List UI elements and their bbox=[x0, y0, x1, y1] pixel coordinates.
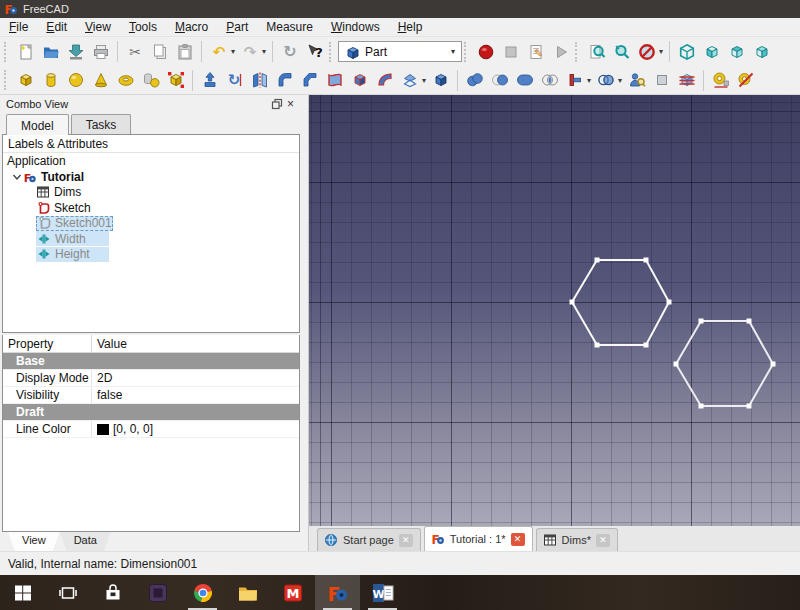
menu-edit[interactable]: Edit bbox=[37, 18, 76, 36]
tree-item-dims[interactable]: Dims bbox=[3, 185, 299, 201]
dropdown-arrow-icon[interactable]: ▾ bbox=[587, 76, 591, 85]
vertex-marker[interactable] bbox=[674, 362, 679, 367]
dropdown-arrow-icon[interactable]: ▾ bbox=[262, 47, 266, 56]
ruled-surface-button[interactable] bbox=[322, 68, 347, 93]
close-panel-icon[interactable]: × bbox=[287, 97, 296, 111]
tab-tasks[interactable]: Tasks bbox=[71, 114, 132, 134]
view-front-button[interactable] bbox=[699, 39, 724, 64]
redo-button[interactable]: ↷ bbox=[237, 39, 262, 64]
whats-this-button[interactable]: ? bbox=[302, 39, 327, 64]
fillet-button[interactable] bbox=[272, 68, 297, 93]
make-compound-button[interactable] bbox=[462, 68, 487, 93]
taskbar-word[interactable]: W bbox=[360, 575, 405, 610]
macro-play-button[interactable] bbox=[548, 39, 573, 64]
property-row-display-mode[interactable]: Display Mode2D bbox=[3, 370, 299, 387]
menu-tools[interactable]: Tools bbox=[120, 18, 166, 36]
boolean-union-button[interactable] bbox=[512, 68, 537, 93]
vertex-marker[interactable] bbox=[771, 362, 776, 367]
document-tab-start-page[interactable]: Start page✕ bbox=[317, 528, 421, 551]
loft-button[interactable] bbox=[347, 68, 372, 93]
measure-clear-button[interactable] bbox=[733, 68, 758, 93]
toolbar-handle[interactable] bbox=[575, 42, 581, 62]
menu-part[interactable]: Part bbox=[217, 18, 257, 36]
property-value[interactable]: 2D bbox=[91, 370, 299, 386]
undo-button[interactable]: ↶ bbox=[206, 39, 231, 64]
part-sphere-button[interactable] bbox=[63, 68, 88, 93]
macro-record-button[interactable] bbox=[473, 39, 498, 64]
workbench-selector[interactable]: Part▾ bbox=[338, 41, 462, 62]
vertex-marker[interactable] bbox=[699, 404, 704, 409]
taskbar-task-view[interactable] bbox=[45, 575, 90, 610]
taskbar-app-purple[interactable] bbox=[135, 575, 180, 610]
dropdown-arrow-icon[interactable]: ▾ bbox=[618, 76, 622, 85]
hexagon-sketch-2[interactable] bbox=[676, 321, 773, 406]
save-document-button[interactable] bbox=[63, 39, 88, 64]
measure-linear-button[interactable] bbox=[708, 68, 733, 93]
close-tab-icon[interactable]: ✕ bbox=[399, 534, 413, 547]
taskbar-start[interactable] bbox=[0, 575, 45, 610]
connect-objects-button[interactable] bbox=[593, 68, 618, 93]
dropdown-arrow-icon[interactable]: ▾ bbox=[231, 47, 235, 56]
extrude-button[interactable] bbox=[197, 68, 222, 93]
cross-sections-button[interactable] bbox=[674, 68, 699, 93]
vertex-marker[interactable] bbox=[747, 319, 752, 324]
refresh-button[interactable]: ↻ bbox=[277, 39, 302, 64]
document-tab-tutorial-1[interactable]: FTutorial : 1*✕ bbox=[424, 526, 533, 551]
property-value[interactable]: [0, 0, 0] bbox=[91, 421, 299, 437]
close-tab-icon[interactable]: ✕ bbox=[596, 534, 610, 547]
paste-button[interactable] bbox=[172, 39, 197, 64]
menu-measure[interactable]: Measure bbox=[257, 18, 322, 36]
part-cylinder-button[interactable] bbox=[38, 68, 63, 93]
shape-builder-button[interactable] bbox=[163, 68, 188, 93]
3d-viewport[interactable] bbox=[308, 95, 800, 526]
menu-view[interactable]: View bbox=[76, 18, 120, 36]
chamfer-button[interactable] bbox=[297, 68, 322, 93]
menu-windows[interactable]: Windows bbox=[322, 18, 389, 36]
toolbar-handle[interactable] bbox=[4, 42, 10, 62]
document-tab-dims[interactable]: Dims*✕ bbox=[536, 528, 618, 551]
dropdown-arrow-icon[interactable]: ▾ bbox=[422, 76, 426, 85]
new-document-button[interactable] bbox=[13, 39, 38, 64]
cut-button[interactable]: ✂ bbox=[122, 39, 147, 64]
vertex-marker[interactable] bbox=[595, 258, 600, 263]
boolean-cut-button[interactable] bbox=[487, 68, 512, 93]
tree-item-height[interactable]: Height bbox=[3, 247, 299, 263]
taskbar-store[interactable] bbox=[90, 575, 135, 610]
tree-item-width[interactable]: Width bbox=[3, 231, 299, 247]
check-geometry-button[interactable] bbox=[624, 68, 649, 93]
tab-data[interactable]: Data bbox=[60, 532, 111, 551]
property-value[interactable]: false bbox=[91, 387, 299, 403]
tree-item-sketch[interactable]: Sketch bbox=[3, 200, 299, 216]
sweep-button[interactable] bbox=[372, 68, 397, 93]
vertex-marker[interactable] bbox=[644, 343, 649, 348]
toolbar-handle[interactable] bbox=[464, 42, 470, 62]
tree-application-root[interactable]: Application bbox=[3, 153, 299, 169]
view-top-button[interactable] bbox=[724, 39, 749, 64]
view-right-button[interactable] bbox=[749, 39, 774, 64]
panel-splitter[interactable] bbox=[300, 95, 308, 551]
tab-model[interactable]: Model bbox=[6, 114, 69, 135]
part-cone-button[interactable] bbox=[88, 68, 113, 93]
vertex-marker[interactable] bbox=[667, 300, 672, 305]
boolean-common-button[interactable] bbox=[537, 68, 562, 93]
vertex-marker[interactable] bbox=[699, 319, 704, 324]
part-box-button[interactable] bbox=[13, 68, 38, 93]
vertex-marker[interactable] bbox=[570, 300, 575, 305]
view-axonometric-button[interactable] bbox=[674, 39, 699, 64]
macro-stop-button[interactable] bbox=[498, 39, 523, 64]
mirror-button[interactable] bbox=[247, 68, 272, 93]
toolbar-handle[interactable] bbox=[329, 42, 335, 62]
part-primitives-button[interactable] bbox=[138, 68, 163, 93]
thickness-button[interactable] bbox=[428, 68, 453, 93]
property-group-base[interactable]: Base bbox=[3, 353, 299, 370]
taskbar-mail[interactable]: M bbox=[270, 575, 315, 610]
tab-view[interactable]: View bbox=[8, 532, 60, 551]
float-panel-icon[interactable] bbox=[271, 98, 283, 110]
hexagon-sketch-1[interactable] bbox=[572, 260, 669, 345]
expander-chevron-icon[interactable] bbox=[11, 171, 23, 183]
menu-help[interactable]: Help bbox=[389, 18, 432, 36]
menu-macro[interactable]: Macro bbox=[166, 18, 217, 36]
tree-item-tutorial[interactable]: FTutorial bbox=[3, 169, 299, 185]
property-row-line-color[interactable]: Line Color[0, 0, 0] bbox=[3, 421, 299, 438]
macro-edit-button[interactable]: ✎ bbox=[523, 39, 548, 64]
